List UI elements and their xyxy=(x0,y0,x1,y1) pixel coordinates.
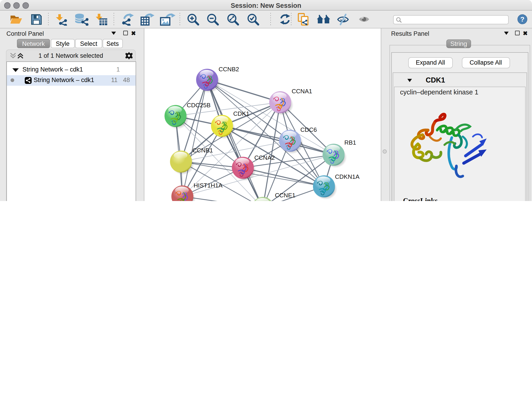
svg-text:CCNA1: CCNA1 xyxy=(292,88,312,95)
svg-text:HIST1H1A: HIST1H1A xyxy=(194,182,223,189)
svg-text:CDC6: CDC6 xyxy=(300,126,317,133)
svg-text:CCNA2: CCNA2 xyxy=(254,154,275,161)
svg-text:RB1: RB1 xyxy=(344,139,356,146)
svg-text:CDK1: CDK1 xyxy=(233,110,249,117)
svg-text:CDC25B: CDC25B xyxy=(187,102,210,109)
svg-text:CCNE1: CCNE1 xyxy=(275,192,295,199)
svg-text:?: ? xyxy=(520,15,525,23)
svg-text:CCNB1: CCNB1 xyxy=(192,147,213,154)
svg-text:CCNB2: CCNB2 xyxy=(219,66,239,73)
svg-text:CDKN1A: CDKN1A xyxy=(335,173,360,180)
